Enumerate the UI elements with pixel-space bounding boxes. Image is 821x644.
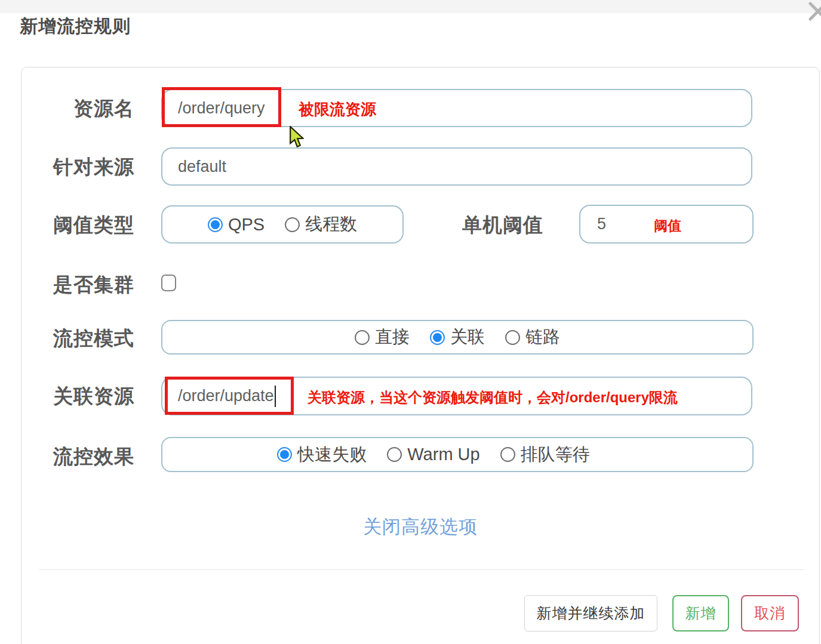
ref-resource-value: /order/update xyxy=(178,387,274,405)
threshold-input[interactable]: 5 xyxy=(579,205,754,244)
radio-option-label: 关联 xyxy=(450,325,485,349)
radio-unselected-icon[interactable] xyxy=(505,330,520,345)
radio-option[interactable]: QPS xyxy=(208,215,265,235)
radio-option-label: 链路 xyxy=(525,325,560,349)
radio-selected-icon[interactable] xyxy=(208,217,223,232)
radio-option[interactable]: 链路 xyxy=(505,325,560,349)
radio-selected-icon[interactable] xyxy=(277,447,292,462)
control-behavior-label: 流控效果 xyxy=(24,439,134,474)
control-behavior-radio-group: 快速失败Warm Up排队等待 xyxy=(161,437,754,472)
cancel-button[interactable]: 取消 xyxy=(741,595,799,631)
dialog-title: 新增流控规则 xyxy=(20,14,131,39)
add-button[interactable]: 新增 xyxy=(672,595,729,631)
radio-selected-icon[interactable] xyxy=(430,330,445,345)
radio-unselected-icon[interactable] xyxy=(500,447,515,462)
text-caret xyxy=(275,386,276,407)
radio-unselected-icon[interactable] xyxy=(387,447,402,462)
radio-option-label: QPS xyxy=(228,215,265,235)
ref-resource-input[interactable]: /order/update xyxy=(161,377,752,415)
ref-resource-label: 关联资源 xyxy=(24,378,134,414)
strategy-label: 流控模式 xyxy=(24,321,134,356)
close-icon[interactable] xyxy=(804,0,821,25)
radio-option[interactable]: 排队等待 xyxy=(500,443,590,467)
add-and-continue-button[interactable]: 新增并继续添加 xyxy=(524,595,657,631)
radio-option-label: Warm Up xyxy=(407,445,479,464)
strategy-radio-group: 直接关联链路 xyxy=(161,320,754,355)
close-advanced-options-link[interactable]: 关闭高级选项 xyxy=(21,514,820,540)
radio-option-label: 直接 xyxy=(375,325,410,349)
radio-option[interactable]: 快速失败 xyxy=(277,443,367,467)
radio-option-label: 线程数 xyxy=(305,212,357,236)
resource-name-label: 资源名 xyxy=(24,91,134,127)
radio-option-label: 快速失败 xyxy=(297,443,367,467)
radio-option[interactable]: 直接 xyxy=(355,325,410,349)
page-top-strip xyxy=(0,0,821,13)
cluster-checkbox[interactable] xyxy=(161,275,176,291)
radio-option[interactable]: 线程数 xyxy=(285,212,357,236)
add-flow-rule-dialog: 新增流控规则 资源名 /order/query 被限流资源 针对来源 defau… xyxy=(0,0,821,644)
resource-name-input[interactable]: /order/query xyxy=(161,89,752,127)
limit-app-value: default xyxy=(178,158,226,176)
resource-name-value: /order/query xyxy=(178,99,265,118)
grade-type-label: 阈值类型 xyxy=(24,207,134,243)
threshold-value: 5 xyxy=(597,215,606,233)
limit-app-label: 针对来源 xyxy=(24,149,134,185)
radio-option-label: 排队等待 xyxy=(521,443,590,467)
radio-option[interactable]: 关联 xyxy=(430,325,485,349)
threshold-label: 单机阈值 xyxy=(430,207,543,243)
footer-divider xyxy=(39,569,804,570)
radio-option[interactable]: Warm Up xyxy=(387,445,479,464)
grade-type-radio-group: QPS线程数 xyxy=(161,205,404,244)
limit-app-input[interactable]: default xyxy=(161,147,752,186)
cluster-label: 是否集群 xyxy=(24,267,134,303)
radio-unselected-icon[interactable] xyxy=(355,330,370,345)
radio-unselected-icon[interactable] xyxy=(285,217,300,232)
